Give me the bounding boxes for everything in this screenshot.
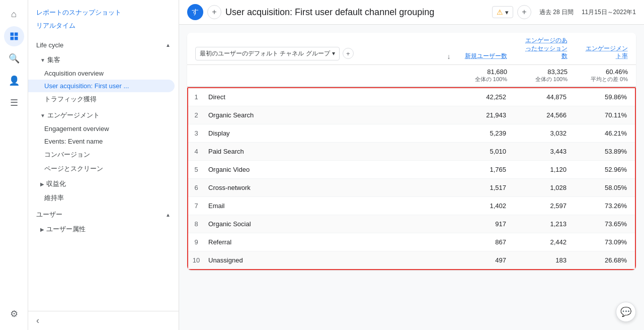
lifecycle-header[interactable]: Life cycle ▲ [28, 38, 179, 52]
engagement-header[interactable]: ▼ エンゲージメント [28, 108, 179, 122]
add-compare-button[interactable]: + [517, 5, 531, 19]
row-channel-name: Display [204, 124, 454, 142]
table-row[interactable]: 6 Cross-network 1,517 1,028 58.05% [188, 179, 635, 197]
alert-dropdown-icon: ▾ [505, 9, 509, 16]
alert-icon: ⚠ [497, 8, 503, 16]
user-label: ユーザー [36, 210, 62, 219]
row-channel-name: Referral [204, 233, 454, 251]
chat-button[interactable]: 💬 [616, 302, 636, 322]
row-channel-name: Organic Video [204, 161, 454, 178]
collapse-icon: ‹ [36, 315, 39, 326]
table-row[interactable]: 8 Organic Social 917 1,213 73.65% [188, 215, 635, 233]
audience-icon[interactable]: 👤 [4, 71, 24, 91]
sidebar-item-events[interactable]: Events: Event name [28, 135, 179, 148]
home-icon[interactable]: ⌂ [4, 4, 24, 24]
table-row[interactable]: 10 Unassigned 497 183 26.68% [188, 251, 635, 269]
user-section-header[interactable]: ユーザー ▲ [28, 207, 179, 222]
row-col2: 3,032 [514, 124, 575, 142]
totals-row: 81,680 全体の 100% 83,325 全体の 100% 60.46% 平… [187, 65, 636, 87]
row-rank: 10 [188, 251, 204, 269]
sidebar-item-acquisition-overview[interactable]: Acquisition overview [28, 67, 179, 80]
sidebar-item-conversion[interactable]: コンバージョン [28, 148, 179, 162]
row-col3: 53.89% [575, 143, 635, 160]
search-icon[interactable]: 🔍 [4, 48, 24, 69]
snapshot-link[interactable]: レポートのスナップショット [36, 6, 171, 19]
row-col1: 497 [454, 251, 514, 269]
total-col3: 60.46% 平均との差 0% [576, 68, 636, 83]
svg-rect-2 [10, 37, 14, 40]
add-report-button[interactable]: + [207, 5, 221, 19]
date-range: 11月15日～2022年1 [582, 8, 636, 17]
row-col1: 1,402 [454, 197, 514, 215]
reports-icon[interactable]: ☰ [4, 93, 24, 113]
sidebar-item-pages[interactable]: ページとスクリーン [28, 162, 179, 176]
user-attribute-header[interactable]: ▶ ユーザー属性 [28, 222, 179, 236]
total-col2: 83,325 全体の 100% [515, 68, 576, 83]
col3-header[interactable]: エンゲージメント率 [576, 45, 636, 60]
sort-icon[interactable]: ↓ [443, 52, 455, 60]
row-rank: 1 [188, 88, 204, 106]
row-col3: 46.21% [575, 124, 635, 142]
alert-badge[interactable]: ⚠ ▾ [492, 6, 513, 18]
row-rank: 6 [188, 179, 204, 196]
row-col2: 1,120 [514, 161, 575, 178]
date-prefix: 過去 28 日間 [539, 8, 574, 17]
engagement-subsection: ▼ エンゲージメント Engagement overview Events: E… [28, 107, 179, 177]
table-row[interactable]: 5 Organic Video 1,765 1,120 52.96% [188, 161, 635, 179]
row-channel-name: Unassigned [204, 251, 454, 269]
channel-filter[interactable]: 最初のユーザーのデフォルト チャネル グループ ▾ [195, 47, 340, 60]
add-col-button[interactable]: + [343, 48, 354, 59]
row-rank: 5 [188, 161, 204, 178]
row-channel-name: Organic Search [204, 106, 454, 124]
total-col1: 81,680 全体の 100% [455, 68, 515, 83]
realtime-link[interactable]: リアルタイム [36, 19, 171, 32]
table-row[interactable]: 1 Direct 42,252 44,875 59.86% [188, 88, 635, 106]
lifecycle-label: Life cycle [36, 41, 63, 49]
row-col2: 1,213 [514, 215, 575, 233]
row-rank: 7 [188, 197, 204, 215]
row-col3: 73.26% [575, 197, 635, 215]
monetization-header[interactable]: ▶ 収益化 [28, 177, 179, 191]
table-container: 最初のユーザーのデフォルト チャネル グループ ▾ + ↓ 新規ユーザー数 エン… [187, 33, 636, 270]
table-row[interactable]: 9 Referral 867 2,442 73.09% [188, 233, 635, 251]
su-badge: す [187, 4, 203, 20]
acquisition-subsection: ▼ 集客 Acquisition overview User acquisiti… [28, 52, 179, 107]
settings-icon[interactable]: ⚙ [4, 304, 24, 324]
channel-filter-label: 最初のユーザーのデフォルト チャネル グループ [200, 49, 330, 58]
row-col3: 73.09% [575, 233, 635, 251]
row-col3: 59.86% [575, 88, 635, 106]
table-row[interactable]: 4 Paid Search 5,010 3,443 53.89% [188, 143, 635, 161]
sidebar-item-user-acquisition[interactable]: User acquisition: First user ... [28, 80, 175, 92]
row-col3: 73.65% [575, 215, 635, 233]
col2-header[interactable]: エンゲージのあったセッション数 [515, 37, 576, 60]
row-col2: 24,566 [514, 106, 575, 124]
user-collapse-icon: ▲ [166, 212, 171, 218]
row-channel-name: Email [204, 197, 454, 215]
dashboard-icon[interactable] [4, 26, 24, 46]
row-col3: 26.68% [575, 251, 635, 269]
main-header: す + User acquisition: First user default… [179, 0, 644, 25]
acquisition-header[interactable]: ▼ 集客 [28, 53, 179, 67]
row-channel-name: Direct [204, 88, 454, 106]
table-row[interactable]: 3 Display 5,239 3,032 46.21% [188, 124, 635, 143]
sidebar-collapse-btn[interactable]: ‹ [28, 311, 179, 330]
table-row[interactable]: 7 Email 1,402 2,597 73.26% [188, 197, 635, 215]
table-row[interactable]: 2 Organic Search 21,943 24,566 70.11% [188, 106, 635, 124]
row-col1: 867 [454, 233, 514, 251]
row-col1: 917 [454, 215, 514, 233]
sidebar-item-retention[interactable]: 維持率 [28, 191, 179, 205]
channel-col-header: 最初のユーザーのデフォルト チャネル グループ ▾ + [187, 47, 443, 60]
svg-rect-1 [14, 33, 18, 36]
row-col1: 42,252 [454, 88, 514, 106]
row-rank: 9 [188, 233, 204, 251]
row-rank: 8 [188, 215, 204, 233]
sidebar-item-traffic[interactable]: トラフィック獲得 [28, 92, 179, 106]
row-col1: 1,765 [454, 161, 514, 178]
acquisition-label: 集客 [47, 55, 60, 64]
col1-header[interactable]: 新規ユーザー数 [455, 52, 515, 60]
monetization-label: 収益化 [46, 179, 66, 188]
sidebar-item-engagement-overview[interactable]: Engagement overview [28, 122, 179, 135]
row-col2: 2,442 [514, 233, 575, 251]
svg-rect-3 [14, 37, 18, 40]
lifecycle-collapse-icon: ▲ [166, 42, 171, 48]
